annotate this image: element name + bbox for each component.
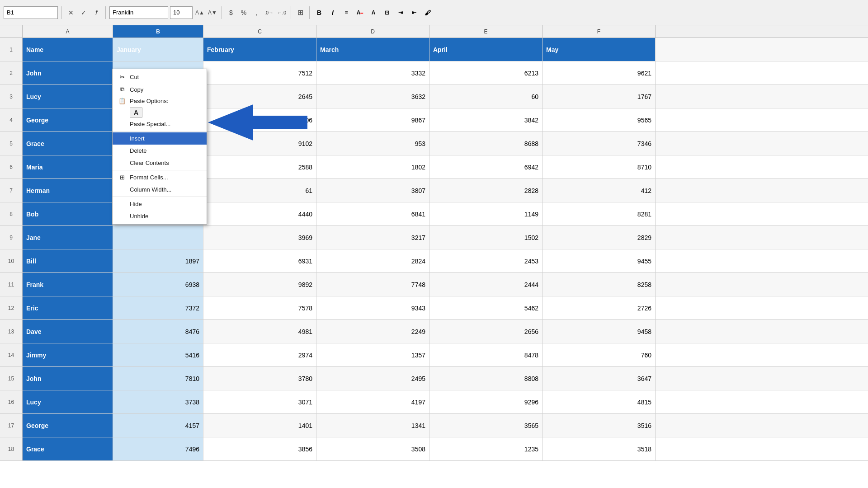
cell-e4[interactable]: 3842 [429, 108, 542, 131]
cell-c3[interactable]: 2645 [203, 85, 316, 108]
cell-b13[interactable]: 8476 [113, 320, 203, 343]
cell-e3[interactable]: 60 [429, 85, 542, 108]
cell-e6[interactable]: 6942 [429, 155, 542, 178]
menu-item-cut[interactable]: ✂ Cut [113, 71, 207, 83]
cell-c8[interactable]: 4440 [203, 202, 316, 225]
cell-b10[interactable]: 1897 [113, 249, 203, 272]
cell-f3[interactable]: 1767 [542, 85, 656, 108]
cell-e13[interactable]: 2656 [429, 320, 542, 343]
cell-c4[interactable]: 7506 [203, 108, 316, 131]
cell-a3[interactable]: Lucy [23, 85, 113, 108]
borders-button[interactable]: ⊡ [381, 7, 393, 19]
cell-b15[interactable]: 7810 [113, 367, 203, 390]
brush-icon[interactable]: 🖌 [422, 7, 434, 19]
cell-f11[interactable]: 8258 [542, 273, 656, 296]
cell-f1[interactable]: May [542, 38, 656, 61]
cell-f6[interactable]: 8710 [542, 155, 656, 178]
cell-e17[interactable]: 3565 [429, 414, 542, 437]
cell-d12[interactable]: 9343 [316, 296, 429, 319]
menu-item-paste-special[interactable]: Paste Special... [113, 118, 207, 130]
cell-c9[interactable]: 3969 [203, 226, 316, 249]
confirm-edit-icon[interactable]: ✓ [78, 7, 89, 18]
fill-color-button[interactable]: A▬ [354, 7, 366, 19]
cell-a10[interactable]: Bill [23, 249, 113, 272]
cell-d3[interactable]: 3632 [316, 85, 429, 108]
cell-c7[interactable]: 61 [203, 179, 316, 202]
cell-a1[interactable]: Name [23, 38, 113, 61]
cell-a4[interactable]: George [23, 108, 113, 131]
cell-a11[interactable]: Frank [23, 273, 113, 296]
cell-a17[interactable]: George [23, 414, 113, 437]
cell-e12[interactable]: 5462 [429, 296, 542, 319]
cell-f10[interactable]: 9455 [542, 249, 656, 272]
increase-decimal-icon[interactable]: .0→ [264, 7, 274, 18]
cell-a6[interactable]: Maria [23, 155, 113, 178]
cell-d10[interactable]: 2824 [316, 249, 429, 272]
cell-c10[interactable]: 6931 [203, 249, 316, 272]
cell-b11[interactable]: 6938 [113, 273, 203, 296]
cell-c1[interactable]: February [203, 38, 316, 61]
cell-f15[interactable]: 3647 [542, 367, 656, 390]
cell-e7[interactable]: 2828 [429, 179, 542, 202]
cell-f14[interactable]: 760 [542, 343, 656, 366]
menu-item-copy[interactable]: ⧉ Copy [113, 83, 207, 96]
comma-icon[interactable]: , [251, 7, 262, 18]
cell-e10[interactable]: 2453 [429, 249, 542, 272]
cell-c6[interactable]: 2588 [203, 155, 316, 178]
cell-c17[interactable]: 1401 [203, 414, 316, 437]
decrease-decimal-icon[interactable]: ←.0 [276, 7, 287, 18]
cell-d1[interactable]: March [316, 38, 429, 61]
font-size-selector[interactable]: 10 [170, 6, 193, 19]
cell-b16[interactable]: 3738 [113, 390, 203, 413]
menu-item-hide[interactable]: Hide [113, 198, 207, 210]
cell-d11[interactable]: 7748 [316, 273, 429, 296]
col-header-c[interactable]: C [203, 25, 316, 38]
cell-b12[interactable]: 7372 [113, 296, 203, 319]
cell-a15[interactable]: John [23, 367, 113, 390]
cell-e2[interactable]: 6213 [429, 61, 542, 84]
cell-c18[interactable]: 3856 [203, 437, 316, 460]
cell-e14[interactable]: 8478 [429, 343, 542, 366]
menu-item-insert[interactable]: Insert [113, 132, 207, 145]
cell-d5[interactable]: 953 [316, 132, 429, 155]
cell-d6[interactable]: 1802 [316, 155, 429, 178]
menu-item-delete[interactable]: Delete [113, 145, 207, 157]
cell-d13[interactable]: 2249 [316, 320, 429, 343]
bold-button[interactable]: B [313, 7, 325, 19]
cell-e18[interactable]: 1235 [429, 437, 542, 460]
cell-e16[interactable]: 9296 [429, 390, 542, 413]
cell-f8[interactable]: 8281 [542, 202, 656, 225]
cell-e8[interactable]: 1149 [429, 202, 542, 225]
increase-indent-icon[interactable]: ⇥ [395, 7, 406, 19]
function-icon[interactable]: f [91, 7, 102, 18]
border-icon[interactable]: ⊞ [295, 7, 306, 18]
cancel-edit-icon[interactable]: ✕ [66, 7, 76, 18]
cell-e11[interactable]: 2444 [429, 273, 542, 296]
cell-a2[interactable]: John [23, 61, 113, 84]
menu-item-column-width[interactable]: Column Width... [113, 183, 207, 196]
decrease-indent-icon[interactable]: ⇤ [408, 7, 420, 19]
cell-a9[interactable]: Jane [23, 226, 113, 249]
cell-a5[interactable]: Grace [23, 132, 113, 155]
menu-item-clear-contents[interactable]: Clear Contents [113, 157, 207, 169]
col-header-f[interactable]: F [542, 25, 656, 38]
cell-f7[interactable]: 412 [542, 179, 656, 202]
cell-f4[interactable]: 9565 [542, 108, 656, 131]
cell-e15[interactable]: 8808 [429, 367, 542, 390]
menu-item-format-cells[interactable]: ⊞ Format Cells... [113, 171, 207, 183]
cell-c16[interactable]: 3071 [203, 390, 316, 413]
currency-icon[interactable]: $ [226, 7, 236, 18]
cell-reference-box[interactable]: B1 [4, 6, 58, 19]
cell-f5[interactable]: 7346 [542, 132, 656, 155]
cell-f9[interactable]: 2829 [542, 226, 656, 249]
cell-b17[interactable]: 4157 [113, 414, 203, 437]
cell-c15[interactable]: 3780 [203, 367, 316, 390]
cell-d8[interactable]: 6841 [316, 202, 429, 225]
cell-d16[interactable]: 4197 [316, 390, 429, 413]
percent-icon[interactable]: % [238, 7, 249, 18]
italic-button[interactable]: I [327, 7, 339, 19]
cell-b9[interactable] [113, 226, 203, 249]
decrease-font-icon[interactable]: A▼ [207, 7, 218, 18]
cell-d18[interactable]: 3508 [316, 437, 429, 460]
cell-a16[interactable]: Lucy [23, 390, 113, 413]
